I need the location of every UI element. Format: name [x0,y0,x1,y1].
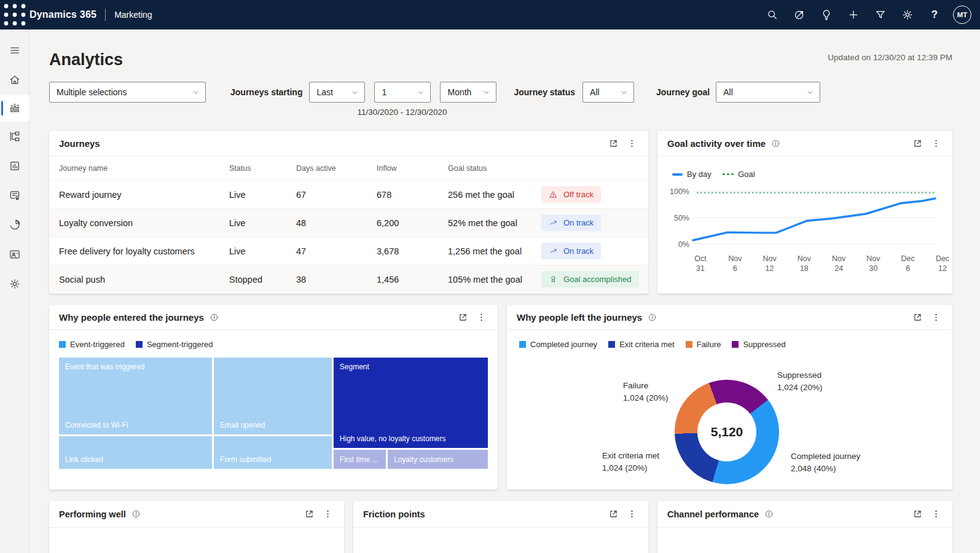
card-title: Friction points [363,509,425,519]
starting-count-value: 1 [382,87,386,97]
entered-card-title: Why people entered the journeys [59,312,204,323]
table-row[interactable]: Social push Stopped 38 1,456 105% met th… [49,265,648,293]
badge-label: On track [563,218,594,227]
status-badge: Goal accomplished [541,271,639,288]
starting-unit-value: Month [447,87,471,97]
more-options-icon[interactable] [622,505,641,524]
sidebar-item-journeys[interactable] [0,122,29,151]
journey-goal-dropdown[interactable]: All [716,82,820,103]
table-row[interactable]: Reward journey Live 67 678 256 met the g… [49,180,648,208]
filter-bar: Multiple selections Journeys starting La… [49,82,952,103]
goal-status-cell: 52% met the goal [448,218,541,228]
legend-swatch [723,173,734,175]
add-icon[interactable] [840,0,867,29]
home-icon [9,74,21,86]
pie-chart-icon [9,219,21,231]
treemap-tile-label: Form submitted [220,455,328,464]
popout-icon[interactable] [604,134,622,152]
journey-name-cell[interactable]: Loyalty conversion [59,218,229,228]
popout-icon[interactable] [300,505,318,524]
journey-status-value: All [590,87,600,97]
product-title: Dynamics 365 [29,9,96,20]
avatar[interactable]: MT [953,6,971,24]
card-title: Channel performance [667,509,759,519]
lightbulb-icon[interactable] [813,0,840,29]
badge-label: Off track [563,190,594,199]
treemap-tile-loyalty-customers[interactable]: Loyalty customers [388,450,488,469]
sidebar-item-home[interactable] [0,65,29,95]
info-icon[interactable] [764,509,774,519]
left-sidebar [0,29,29,553]
inflow-cell: 678 [377,190,448,200]
donut-callout-completed-journey: Completed journey2,048 (40%) [791,450,860,474]
status-cell: Live [229,218,296,228]
treemap-tile-high-value[interactable]: Segment High value, no loyalty customers [334,358,488,448]
info-icon[interactable] [771,139,780,148]
info-icon[interactable] [648,313,657,322]
popout-icon[interactable] [908,134,927,152]
more-options-icon[interactable] [318,505,337,524]
starting-count-dropdown[interactable]: 1 [374,82,431,103]
popout-icon[interactable] [604,505,622,524]
search-icon[interactable] [759,0,786,29]
sidebar-item-certificate[interactable] [0,181,29,210]
trend-up-icon [549,218,558,227]
legend-item: Completed journey [519,340,597,349]
popout-icon[interactable] [908,308,927,326]
journeys-icon [9,130,21,143]
more-options-icon[interactable] [927,505,945,524]
sidebar-item-report[interactable] [0,151,29,181]
journey-selection-dropdown[interactable]: Multiple selections [49,82,206,103]
more-options-icon[interactable] [927,134,945,152]
treemap-legend: Event-triggeredSegment-triggered [49,330,498,349]
goal-status-cell: 1,256 met the goal [448,246,541,256]
legend-item: By day [672,170,711,179]
settings-icon[interactable] [894,0,921,29]
x-axis-tick: Oct31 [683,254,718,274]
filter-icon[interactable] [867,0,894,29]
compass-icon[interactable] [786,0,813,29]
info-icon[interactable] [131,509,141,519]
column-header: Inflow [377,164,448,173]
navbar-divider [105,9,106,21]
journey-name-cell[interactable]: Social push [59,275,229,284]
svg-text:50%: 50% [674,214,689,222]
more-options-icon[interactable] [927,308,945,326]
sidebar-item-menu[interactable] [0,36,29,65]
days-active-cell: 67 [296,190,377,200]
more-options-icon[interactable] [472,308,490,326]
table-row[interactable]: Loyalty conversion Live 48 6,200 52% met… [49,208,648,237]
starting-unit-dropdown[interactable]: Month [440,82,496,103]
more-options-icon[interactable] [622,134,641,152]
sidebar-item-pie-chart[interactable] [0,210,29,240]
treemap-tile-connected-to-wifi[interactable]: Event that was triggered Connected to Wi… [59,358,212,434]
popout-icon[interactable] [908,505,927,524]
treemap-group-label: Event that was triggered [65,363,208,371]
popout-icon[interactable] [453,308,472,326]
legend-item: Goal [723,170,755,179]
legend-swatch [732,341,739,348]
date-range-label: 11/30/2020 - 12/30/2020 [308,108,496,117]
sidebar-item-contact-card[interactable] [0,240,29,269]
left-card-title: Why people left the journeys [517,312,642,323]
inflow-cell: 1,456 [377,275,448,284]
left-journeys-card: Why people left the journeys Completed j… [507,305,952,490]
treemap-tile-link-clicked[interactable]: Link clicked [59,436,212,469]
sidebar-item-analytics[interactable] [0,95,29,122]
info-icon[interactable] [210,313,219,322]
starting-mode-dropdown[interactable]: Last [309,82,365,103]
svg-text:100%: 100% [670,187,689,196]
sidebar-item-settings[interactable] [0,269,29,299]
journey-name-cell[interactable]: Free delivery for loyalty customers [59,246,229,256]
treemap-tile-email-opened[interactable]: Email opened [214,358,332,434]
help-icon[interactable]: ? [921,0,948,29]
journey-name-cell[interactable]: Reward journey [59,190,229,200]
journey-status-dropdown[interactable]: All [582,82,634,103]
waffle-icon[interactable] [0,0,29,29]
treemap-tile-form-submitted[interactable]: Form submitted [214,436,332,469]
card-title: Performing well [59,509,126,519]
donut-callout-failure: Failure1,024 (20%) [623,380,668,404]
goal-status-cell: 105% met the goal [448,275,541,284]
table-row[interactable]: Free delivery for loyalty customers Live… [49,237,648,265]
treemap-tile-first-time[interactable]: First time ... [334,450,386,469]
